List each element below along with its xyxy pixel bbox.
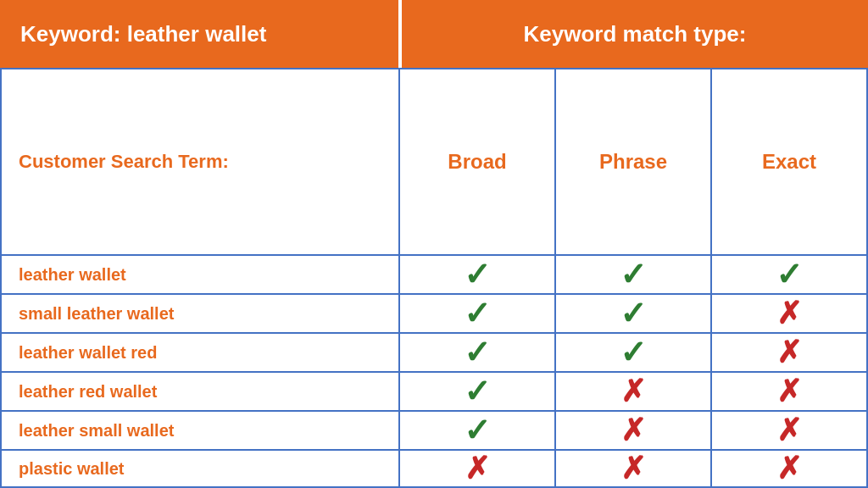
subheader-row: Customer Search Term: Broad Phrase Exact xyxy=(2,69,866,256)
table-row: leather small wallet✓✗✗ xyxy=(2,412,866,451)
check-icon: ✓ xyxy=(464,334,491,371)
check-icon: ✓ xyxy=(776,256,803,293)
col-exact-header: Exact xyxy=(712,69,866,254)
cross-icon: ✗ xyxy=(776,296,802,331)
table-row: leather wallet red✓✓✗ xyxy=(2,334,866,373)
comparison-table: Customer Search Term: Broad Phrase Exact… xyxy=(0,68,868,488)
search-term-label: Customer Search Term: xyxy=(19,151,229,173)
phrase-cell: ✓ xyxy=(556,256,712,293)
search-term-cell: leather wallet red xyxy=(2,334,400,371)
table-body: leather wallet✓✓✓small leather wallet✓✓✗… xyxy=(2,256,866,486)
match-title: Keyword match type: xyxy=(524,21,747,47)
exact-cell: ✗ xyxy=(712,412,866,449)
phrase-cell: ✓ xyxy=(556,334,712,371)
check-icon: ✓ xyxy=(464,412,491,449)
cross-icon: ✗ xyxy=(620,413,646,448)
header-row: Keyword: leather wallet Keyword match ty… xyxy=(0,0,868,68)
exact-cell: ✗ xyxy=(712,334,866,371)
search-term-value: leather wallet xyxy=(19,265,126,285)
check-icon: ✓ xyxy=(620,334,647,371)
exact-label: Exact xyxy=(762,150,816,174)
broad-cell: ✓ xyxy=(400,295,556,332)
search-term-cell: leather red wallet xyxy=(2,373,400,410)
phrase-label: Phrase xyxy=(599,150,667,174)
keyword-title: Keyword: leather wallet xyxy=(20,21,266,47)
search-term-cell: leather wallet xyxy=(2,256,400,293)
check-icon: ✓ xyxy=(464,256,491,293)
phrase-cell: ✗ xyxy=(556,373,712,410)
col-broad-header: Broad xyxy=(400,69,556,254)
cross-icon: ✗ xyxy=(776,413,802,448)
cross-icon: ✗ xyxy=(776,451,802,486)
broad-cell: ✓ xyxy=(400,412,556,449)
table-row: leather wallet✓✓✓ xyxy=(2,256,866,295)
phrase-cell: ✓ xyxy=(556,295,712,332)
cross-icon: ✗ xyxy=(465,451,490,486)
cross-icon: ✗ xyxy=(776,374,802,409)
search-term-cell: small leather wallet xyxy=(2,295,400,332)
broad-cell: ✓ xyxy=(400,334,556,371)
check-icon: ✓ xyxy=(464,295,491,332)
search-term-cell: plastic wallet xyxy=(2,451,400,486)
table-row: leather red wallet✓✗✗ xyxy=(2,373,866,412)
check-icon: ✓ xyxy=(620,256,647,293)
table-row: plastic wallet✗✗✗ xyxy=(2,451,866,486)
broad-cell: ✓ xyxy=(400,373,556,410)
col-search-term-header: Customer Search Term: xyxy=(2,69,400,254)
col-phrase-header: Phrase xyxy=(556,69,712,254)
table-row: small leather wallet✓✓✗ xyxy=(2,295,866,334)
search-term-value: leather red wallet xyxy=(19,382,157,402)
broad-cell: ✗ xyxy=(400,451,556,486)
cross-icon: ✗ xyxy=(620,374,646,409)
phrase-cell: ✗ xyxy=(556,451,712,486)
check-icon: ✓ xyxy=(464,373,491,410)
phrase-cell: ✗ xyxy=(556,412,712,449)
cross-icon: ✗ xyxy=(776,335,802,370)
search-term-value: plastic wallet xyxy=(19,459,125,479)
exact-cell: ✗ xyxy=(712,451,866,486)
exact-cell: ✗ xyxy=(712,295,866,332)
cross-icon: ✗ xyxy=(620,451,646,486)
exact-cell: ✗ xyxy=(712,373,866,410)
search-term-value: leather small wallet xyxy=(19,421,174,441)
broad-cell: ✓ xyxy=(400,256,556,293)
search-term-cell: leather small wallet xyxy=(2,412,400,449)
header-match: Keyword match type: xyxy=(402,0,868,68)
exact-cell: ✓ xyxy=(712,256,866,293)
header-keyword: Keyword: leather wallet xyxy=(0,0,398,68)
main-container: Keyword: leather wallet Keyword match ty… xyxy=(0,0,868,488)
search-term-value: small leather wallet xyxy=(19,304,174,324)
broad-label: Broad xyxy=(448,150,506,174)
search-term-value: leather wallet red xyxy=(19,343,157,363)
check-icon: ✓ xyxy=(620,295,647,332)
